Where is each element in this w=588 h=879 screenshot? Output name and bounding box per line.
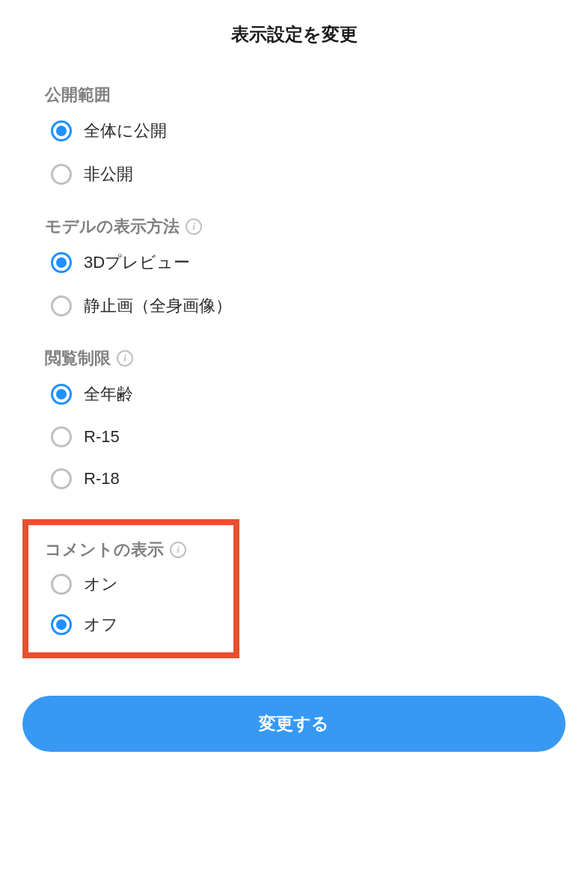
radio-unchecked-icon — [51, 426, 72, 447]
info-icon[interactable]: i — [117, 350, 133, 367]
comments-title: コメントの表示 — [45, 539, 164, 561]
visibility-option-private[interactable]: 非公開 — [45, 163, 566, 186]
comments-header: コメントの表示 i — [45, 539, 217, 561]
age-restriction-option-r18[interactable]: R-18 — [45, 468, 566, 489]
comments-section-highlighted: コメントの表示 i オン オフ — [22, 519, 239, 658]
radio-unchecked-icon — [51, 164, 72, 185]
display-method-title: モデルの表示方法 — [45, 215, 180, 238]
display-method-header: モデルの表示方法 i — [45, 215, 566, 238]
age-restriction-r18-label: R-18 — [84, 469, 120, 488]
display-method-option-still[interactable]: 静止画（全身画像） — [45, 295, 566, 317]
submit-button[interactable]: 変更する — [22, 696, 566, 752]
visibility-title: 公開範囲 — [45, 84, 111, 106]
visibility-public-label: 全体に公開 — [84, 120, 167, 142]
comments-off-label: オフ — [84, 613, 118, 636]
visibility-section: 公開範囲 全体に公開 非公開 — [22, 84, 566, 186]
visibility-option-public[interactable]: 全体に公開 — [45, 120, 566, 142]
radio-unchecked-icon — [51, 468, 72, 489]
display-method-option-3d[interactable]: 3Dプレビュー — [45, 251, 566, 274]
info-icon[interactable]: i — [186, 218, 202, 235]
age-restriction-header: 閲覧制限 i — [45, 347, 566, 370]
age-restriction-option-all[interactable]: 全年齢 — [45, 383, 566, 405]
display-method-still-label: 静止画（全身画像） — [84, 295, 232, 317]
display-method-3d-label: 3Dプレビュー — [84, 251, 190, 274]
visibility-header: 公開範囲 — [45, 84, 566, 106]
radio-unchecked-icon — [51, 295, 72, 316]
radio-checked-icon — [51, 252, 72, 273]
display-method-section: モデルの表示方法 i 3Dプレビュー 静止画（全身画像） — [22, 215, 566, 317]
age-restriction-option-r15[interactable]: R-15 — [45, 426, 566, 447]
radio-checked-icon — [51, 120, 72, 141]
comments-option-on[interactable]: オン — [45, 573, 217, 595]
radio-unchecked-icon — [51, 574, 72, 595]
age-restriction-title: 閲覧制限 — [45, 347, 111, 370]
dialog-title: 表示設定を変更 — [22, 22, 566, 46]
info-icon[interactable]: i — [170, 542, 186, 558]
radio-checked-icon — [51, 614, 72, 635]
age-restriction-all-label: 全年齢 — [84, 383, 133, 405]
visibility-private-label: 非公開 — [84, 163, 133, 186]
age-restriction-r15-label: R-15 — [84, 427, 120, 447]
radio-checked-icon — [51, 384, 72, 405]
comments-on-label: オン — [84, 573, 118, 595]
age-restriction-section: 閲覧制限 i 全年齢 R-15 R-18 — [22, 347, 566, 489]
comments-option-off[interactable]: オフ — [45, 613, 217, 636]
